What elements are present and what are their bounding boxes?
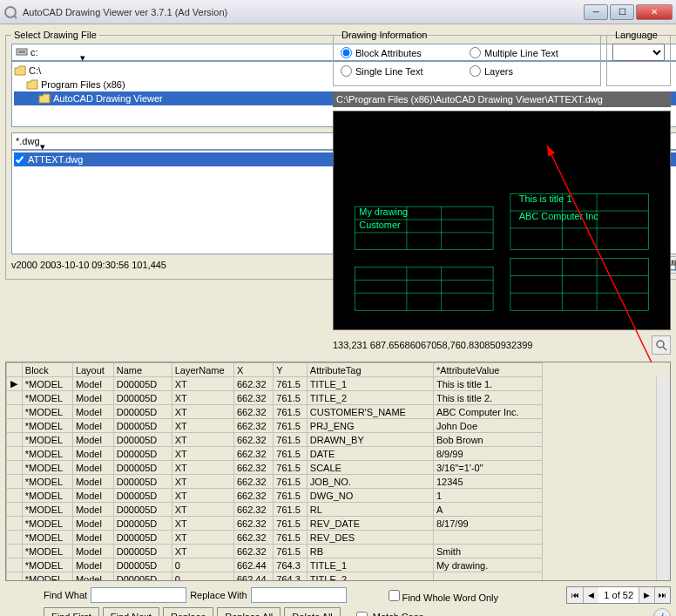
table-cell[interactable]: XT <box>172 391 233 405</box>
table-cell[interactable]: 662.32 <box>233 419 273 433</box>
table-cell[interactable]: XT <box>172 517 233 531</box>
delete-all-button[interactable]: Delete All <box>284 607 340 616</box>
table-cell[interactable]: My drawing. <box>433 558 542 572</box>
table-cell[interactable]: Model <box>72 419 113 433</box>
table-cell[interactable]: *MODEL <box>22 475 72 489</box>
match-case-checkbox[interactable]: Match Case <box>353 609 424 617</box>
table-cell[interactable]: Bob Brown <box>433 433 542 447</box>
row-header[interactable] <box>7 405 23 419</box>
row-header[interactable] <box>7 572 23 581</box>
data-grid[interactable]: BlockLayoutNameLayerNameXYAttributeTag*A… <box>5 362 671 581</box>
table-cell[interactable]: *MODEL <box>22 503 72 517</box>
row-header[interactable] <box>7 503 23 517</box>
language-select[interactable] <box>612 44 665 61</box>
table-cell[interactable]: *MODEL <box>22 531 72 545</box>
table-cell[interactable]: Smith <box>433 545 542 558</box>
table-cell[interactable]: 761.5 <box>274 517 308 531</box>
table-row[interactable]: *MODELModelD00005DXT662.32761.5TITLE_2Th… <box>7 391 543 405</box>
table-cell[interactable]: XT <box>172 433 233 447</box>
table-cell[interactable]: XT <box>172 461 233 475</box>
table-cell[interactable]: 3/16"=1'-0" <box>433 461 542 475</box>
table-cell[interactable]: D00005D <box>113 503 172 517</box>
table-cell[interactable]: 0 <box>172 572 233 581</box>
table-row[interactable]: *MODELModelD00005DXT662.32761.5REV_DATE8… <box>7 517 543 531</box>
whole-word-checkbox[interactable]: Find Whole Word Only <box>385 587 498 604</box>
info-button[interactable]: i <box>653 608 671 616</box>
find-what-input[interactable] <box>91 587 186 603</box>
row-header[interactable] <box>7 461 23 475</box>
zoom-button[interactable] <box>652 335 671 355</box>
table-cell[interactable]: JOB_NO. <box>307 475 433 489</box>
table-cell[interactable]: This is title 1. <box>433 377 542 391</box>
table-cell[interactable]: *MODEL <box>22 433 72 447</box>
table-cell[interactable]: TITLE_1 <box>307 558 433 572</box>
column-header[interactable]: AttributeTag <box>307 363 433 377</box>
table-cell[interactable]: D00005D <box>113 419 172 433</box>
table-cell[interactable]: D00005D <box>113 545 172 558</box>
minimize-button[interactable]: ─ <box>584 4 608 20</box>
table-row[interactable]: *MODELModelD00005DXT662.32761.5RBSmith <box>7 545 543 558</box>
table-row[interactable]: *MODELModelD00005DXT662.32761.5CUSTOMER'… <box>7 405 543 419</box>
close-button[interactable]: ✕ <box>636 4 673 20</box>
drawing-preview[interactable]: My drawingThis is title 1 CustomerABC Co… <box>333 111 671 330</box>
table-cell[interactable]: *MODEL <box>22 572 72 581</box>
table-cell[interactable]: A <box>433 503 542 517</box>
table-cell[interactable]: 761.5 <box>274 545 308 558</box>
table-row[interactable]: *MODELModelD00005D0662.44764.3TITLE_2 <box>7 572 543 581</box>
table-cell[interactable]: PRJ_ENG <box>307 419 433 433</box>
table-cell[interactable]: 662.44 <box>233 572 273 581</box>
file-checkbox[interactable] <box>14 154 25 166</box>
table-cell[interactable]: 764.3 <box>274 558 308 572</box>
table-row[interactable]: *MODELModelD00005DXT662.32761.5PRJ_ENGJo… <box>7 419 543 433</box>
row-header[interactable] <box>7 475 23 489</box>
table-row[interactable]: ▶*MODELModelD00005DXT662.32761.5TITLE_1T… <box>7 377 543 391</box>
table-row[interactable]: *MODELModelD00005DXT662.32761.5REV_DES <box>7 531 543 545</box>
replace-button[interactable]: Replace <box>163 607 213 616</box>
table-cell[interactable]: 761.5 <box>274 433 308 447</box>
table-cell[interactable]: D00005D <box>113 405 172 419</box>
table-cell[interactable]: REV_DES <box>307 531 433 545</box>
column-header[interactable]: Block <box>22 363 72 377</box>
table-cell[interactable]: *MODEL <box>22 391 72 405</box>
table-cell[interactable]: 662.32 <box>233 531 273 545</box>
table-cell[interactable]: 662.32 <box>233 447 273 461</box>
table-cell[interactable]: Model <box>72 558 113 572</box>
row-header[interactable] <box>7 447 23 461</box>
table-cell[interactable]: XT <box>172 545 233 558</box>
row-header[interactable] <box>7 419 23 433</box>
table-cell[interactable]: 8/17/99 <box>433 517 542 531</box>
table-cell[interactable]: 662.32 <box>233 405 273 419</box>
table-cell[interactable] <box>433 572 542 581</box>
column-header[interactable]: LayerName <box>172 363 233 377</box>
table-cell[interactable]: *MODEL <box>22 405 72 419</box>
table-cell[interactable]: 662.32 <box>233 377 273 391</box>
table-cell[interactable]: 761.5 <box>274 447 308 461</box>
table-cell[interactable]: Model <box>72 531 113 545</box>
table-cell[interactable]: Model <box>72 517 113 531</box>
replace-all-button[interactable]: Replace All <box>217 607 281 616</box>
table-cell[interactable]: *MODEL <box>22 517 72 531</box>
replace-with-input[interactable] <box>251 587 347 603</box>
first-record-button[interactable]: ⏮ <box>567 587 583 603</box>
table-cell[interactable]: 662.32 <box>233 503 273 517</box>
row-header[interactable] <box>7 558 23 572</box>
find-first-button[interactable]: Find First <box>44 607 99 616</box>
table-cell[interactable]: 662.32 <box>233 461 273 475</box>
column-header[interactable]: X <box>233 363 273 377</box>
table-cell[interactable]: XT <box>172 475 233 489</box>
table-cell[interactable]: Model <box>72 447 113 461</box>
column-header[interactable]: *AttributeValue <box>433 363 542 377</box>
table-cell[interactable]: D00005D <box>113 572 172 581</box>
column-header[interactable]: Y <box>274 363 308 377</box>
table-cell[interactable]: D00005D <box>113 461 172 475</box>
column-header[interactable]: Name <box>113 363 172 377</box>
table-cell[interactable]: ABC Computer Inc. <box>433 405 542 419</box>
table-cell[interactable]: 761.5 <box>274 391 308 405</box>
table-cell[interactable]: TITLE_2 <box>307 572 433 581</box>
table-cell[interactable]: Model <box>72 475 113 489</box>
table-cell[interactable]: D00005D <box>113 433 172 447</box>
row-header[interactable] <box>7 531 23 545</box>
table-cell[interactable]: *MODEL <box>22 558 72 572</box>
row-header[interactable]: ▶ <box>7 377 23 391</box>
maximize-button[interactable]: ☐ <box>610 4 634 20</box>
